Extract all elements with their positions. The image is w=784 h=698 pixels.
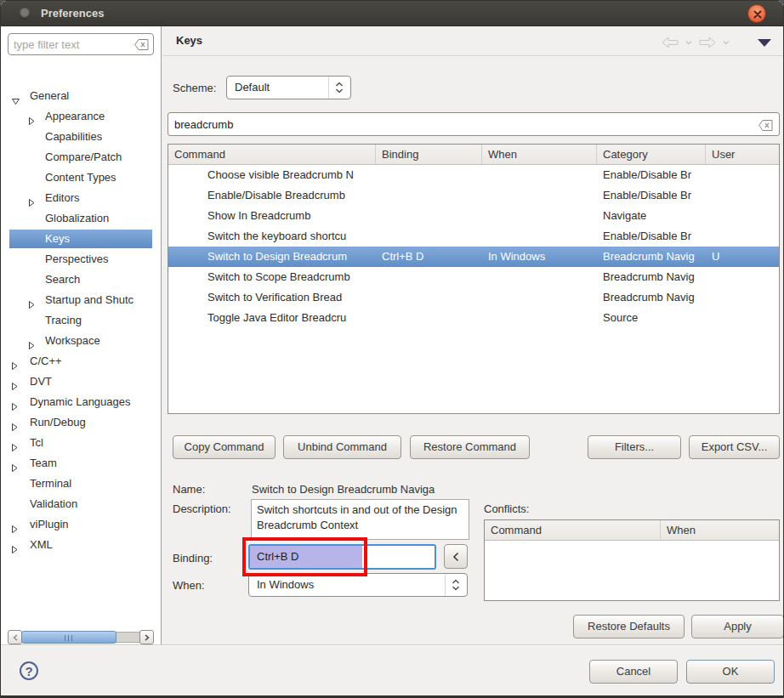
sidebar-item-terminal[interactable]: Terminal bbox=[1, 474, 162, 494]
column-header-category[interactable]: Category bbox=[597, 145, 706, 164]
close-button[interactable] bbox=[747, 4, 766, 23]
column-header-user[interactable]: User bbox=[706, 145, 779, 164]
column-header-when[interactable]: When bbox=[482, 145, 597, 164]
conflicts-column-command[interactable]: Command bbox=[485, 520, 661, 540]
cell-command: Switch the keyboard shortcu bbox=[168, 226, 376, 247]
table-row[interactable]: Choose visible Breadcrumb NEnable/Disabl… bbox=[168, 165, 779, 185]
sidebar-item-label: Editors bbox=[45, 188, 79, 208]
help-button[interactable]: ? bbox=[20, 661, 38, 680]
sidebar-item-editors[interactable]: Editors bbox=[1, 188, 162, 208]
window-menu-icon[interactable] bbox=[19, 8, 31, 20]
cell-when: In Windows bbox=[482, 247, 597, 267]
table-row[interactable]: Toggle Java Editor BreadcruSource bbox=[168, 308, 779, 328]
scheme-dropdown[interactable]: Default bbox=[226, 76, 351, 99]
sidebar-item-viplugin[interactable]: viPlugin bbox=[1, 514, 162, 535]
when-dropdown[interactable]: In Windows bbox=[248, 573, 468, 597]
sidebar-item-capabilities[interactable]: Capabilities bbox=[1, 127, 162, 147]
sidebar-item-dynamic-languages[interactable]: Dynamic Languages bbox=[1, 392, 162, 412]
command-search-input[interactable] bbox=[174, 115, 753, 133]
scroll-left-button[interactable] bbox=[8, 630, 22, 644]
sidebar-item-xml[interactable]: XML bbox=[1, 535, 162, 555]
titlebar[interactable]: Preferences bbox=[1, 1, 783, 26]
sidebar-item-tcl[interactable]: Tcl bbox=[1, 433, 162, 453]
expand-arrow-icon[interactable] bbox=[11, 377, 20, 386]
footer-divider-highlight bbox=[1, 645, 784, 646]
clear-search-icon[interactable] bbox=[758, 120, 773, 133]
sidebar-item-globalization[interactable]: Globalization bbox=[1, 208, 162, 229]
restore-defaults-button[interactable]: Restore Defaults bbox=[573, 615, 685, 638]
back-arrow-icon[interactable] bbox=[661, 36, 679, 49]
cell-user bbox=[706, 308, 779, 328]
expand-arrow-icon[interactable] bbox=[11, 357, 20, 366]
expand-arrow-icon[interactable] bbox=[11, 459, 20, 468]
expand-arrow-icon[interactable] bbox=[28, 112, 37, 121]
table-row[interactable]: Enable/Disable BreadcrumbEnable/Disable … bbox=[168, 185, 779, 206]
sidebar-item-run-debug[interactable]: Run/Debug bbox=[1, 412, 162, 433]
table-row[interactable]: Switch to Design BreadcrumCtrl+B DIn Win… bbox=[168, 247, 779, 267]
sidebar-item-dvt[interactable]: DVT bbox=[1, 372, 162, 392]
sidebar-item-validation[interactable]: Validation bbox=[1, 494, 162, 514]
sidebar-item-tracing[interactable]: Tracing bbox=[1, 310, 162, 331]
export-csv-button[interactable]: Export CSV... bbox=[689, 435, 780, 459]
expand-arrow-icon[interactable] bbox=[11, 541, 20, 549]
add-binding-button[interactable] bbox=[444, 544, 468, 569]
sidebar-item-label: Compare/Patch bbox=[45, 147, 122, 167]
forward-arrow-icon[interactable] bbox=[698, 36, 717, 49]
sidebar-item-label: Content Types bbox=[45, 167, 116, 188]
column-header-command[interactable]: Command bbox=[168, 145, 376, 164]
table-row[interactable]: Switch the keyboard shortcuEnable/Disabl… bbox=[168, 226, 779, 247]
scrollbar-thumb[interactable] bbox=[21, 631, 116, 644]
sidebar-item-search[interactable]: Search bbox=[1, 270, 162, 290]
sidebar-item-label: XML bbox=[30, 535, 53, 555]
sidebar-horizontal-scrollbar[interactable] bbox=[8, 630, 154, 644]
sidebar-item-label: Startup and Shutc bbox=[45, 290, 134, 310]
sidebar-item-general[interactable]: General bbox=[1, 86, 162, 106]
binding-input[interactable]: Ctrl+B D bbox=[248, 544, 436, 570]
collapse-arrow-icon[interactable] bbox=[11, 92, 20, 100]
expand-arrow-icon[interactable] bbox=[11, 398, 20, 406]
cell-binding bbox=[376, 206, 482, 226]
table-row[interactable]: Switch to Verification BreadBreadcrumb N… bbox=[168, 287, 779, 308]
sidebar-item-keys[interactable]: Keys bbox=[1, 229, 162, 249]
apply-button[interactable]: Apply bbox=[691, 615, 784, 638]
cell-user bbox=[706, 206, 779, 226]
expand-arrow-icon[interactable] bbox=[11, 520, 20, 529]
expand-arrow-icon[interactable] bbox=[28, 337, 37, 345]
view-menu-icon[interactable] bbox=[756, 38, 773, 48]
expand-arrow-icon[interactable] bbox=[11, 439, 20, 447]
cell-command: Toggle Java Editor Breadcru bbox=[168, 308, 376, 328]
restore-command-button[interactable]: Restore Command bbox=[410, 435, 530, 459]
clear-filter-icon[interactable] bbox=[134, 39, 149, 53]
expand-arrow-icon[interactable] bbox=[28, 194, 37, 202]
sidebar-item-appearance[interactable]: Appearance bbox=[1, 106, 162, 127]
back-history-chevron-icon[interactable] bbox=[685, 40, 692, 45]
filter-field[interactable] bbox=[8, 33, 154, 55]
filter-input[interactable] bbox=[14, 35, 133, 54]
sidebar-item-content-types[interactable]: Content Types bbox=[1, 167, 162, 188]
conflicts-column-when[interactable]: When bbox=[661, 520, 779, 540]
expand-arrow-icon[interactable] bbox=[11, 418, 20, 427]
command-search-field[interactable] bbox=[168, 112, 780, 136]
sidebar-item-label: viPlugin bbox=[30, 514, 69, 535]
dropdown-spinner-icon bbox=[445, 574, 467, 596]
copy-command-button[interactable]: Copy Command bbox=[173, 435, 276, 459]
expand-arrow-icon[interactable] bbox=[28, 296, 37, 304]
table-row[interactable]: Switch to Scope BreadcrumbBreadcrumb Nav… bbox=[168, 267, 779, 287]
sidebar-item-workspace[interactable]: Workspace bbox=[1, 331, 162, 351]
sidebar-item-startup-and-shutc[interactable]: Startup and Shutc bbox=[1, 290, 162, 310]
filters-button[interactable]: Filters... bbox=[588, 435, 681, 459]
sidebar-item-c-c-[interactable]: C/C++ bbox=[1, 351, 162, 372]
sidebar-item-perspectives[interactable]: Perspectives bbox=[1, 249, 162, 270]
column-header-binding[interactable]: Binding bbox=[376, 145, 482, 164]
sidebar-item-compare-patch[interactable]: Compare/Patch bbox=[1, 147, 162, 167]
cancel-button[interactable]: Cancel bbox=[589, 660, 678, 684]
sidebar-item-team[interactable]: Team bbox=[1, 453, 162, 474]
cell-command: Switch to Verification Bread bbox=[168, 287, 376, 308]
sidebar-item-label: C/C++ bbox=[30, 351, 62, 372]
scroll-right-button[interactable] bbox=[139, 630, 154, 644]
ok-button[interactable]: OK bbox=[686, 660, 775, 684]
table-row[interactable]: Show In BreadcrumbNavigate bbox=[168, 206, 779, 226]
forward-history-chevron-icon[interactable] bbox=[723, 40, 730, 45]
unbind-command-button[interactable]: Unbind Command bbox=[283, 435, 401, 459]
close-icon bbox=[753, 9, 763, 20]
